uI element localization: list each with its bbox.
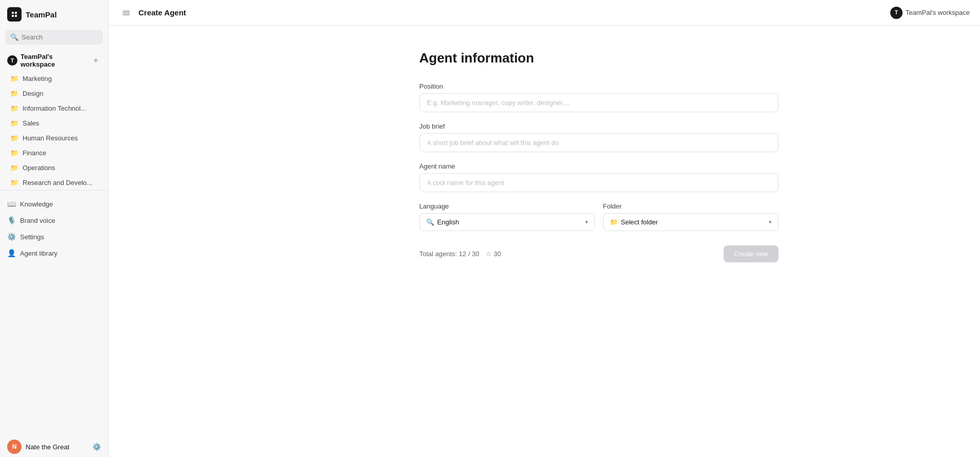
svg-rect-5 xyxy=(123,11,130,12)
folder-icon: 📁 xyxy=(610,218,618,226)
content-area: Agent information Position Job brief Age… xyxy=(399,26,799,293)
star-icon: ☆ xyxy=(486,250,492,258)
sidebar-item-finance[interactable]: 📁 Finance xyxy=(3,146,105,160)
sidebar-item-knowledge[interactable]: 📖 Knowledge xyxy=(0,196,108,212)
workspace-icon: T xyxy=(7,55,17,66)
user-name: Nate the Great xyxy=(26,443,88,451)
sidebar-item-hr[interactable]: 📁 Human Resources xyxy=(3,131,105,146)
search-icon: 🔍 xyxy=(10,33,18,41)
folder-icon: 📁 xyxy=(10,90,18,97)
agent-library-icon: 👤 xyxy=(7,249,16,257)
folder-icon: 📁 xyxy=(10,179,18,186)
app-logo xyxy=(7,7,22,22)
form-heading: Agent information xyxy=(419,50,778,66)
folder-icon: 📁 xyxy=(10,164,18,172)
topbar: Create Agent T TeamPal's workspace xyxy=(109,0,980,26)
form-footer: Total agents: 12 / 30 ☆ 30 Create new xyxy=(419,245,778,262)
sidebar-item-operations[interactable]: 📁 Operations xyxy=(3,160,105,175)
sidebar-item-label: Human Resources xyxy=(23,134,78,142)
sidebar-header: TeamPal xyxy=(0,0,108,27)
folder-icon: 📁 xyxy=(10,119,18,127)
svg-rect-6 xyxy=(123,12,130,13)
folder-group: Folder 📁 Select folder ▾ xyxy=(603,202,778,231)
svg-rect-2 xyxy=(15,12,17,14)
settings-icon: ⚙️ xyxy=(7,233,16,241)
add-workspace-button[interactable]: + xyxy=(91,55,101,66)
sidebar-item-label: Information Technol... xyxy=(23,105,86,112)
sidebar-item-rd[interactable]: 📁 Research and Develo... xyxy=(3,175,105,190)
search-input[interactable] xyxy=(22,33,98,41)
folder-icon: 📁 xyxy=(10,105,18,112)
sidebar-item-it[interactable]: 📁 Information Technol... xyxy=(3,101,105,116)
sidebar-item-agent-library[interactable]: 👤 Agent library xyxy=(0,245,108,261)
folder-icon: 📁 xyxy=(10,149,18,157)
folder-icon: 📁 xyxy=(10,75,18,82)
sidebar-item-label: Design xyxy=(23,90,43,97)
footer-left: Total agents: 12 / 30 ☆ 30 xyxy=(419,250,502,258)
total-agents-text: Total agents: 12 / 30 xyxy=(419,250,479,258)
brand-voice-label: Brand voice xyxy=(20,217,55,224)
credits-badge: ☆ 30 xyxy=(486,250,501,258)
credits-count: 30 xyxy=(494,250,501,258)
workspace-name: TeamPal's workspace xyxy=(21,53,88,68)
folder-value: Select folder xyxy=(621,218,658,226)
main-content: Agent information Position Job brief Age… xyxy=(217,0,980,457)
chevron-down-icon: ▾ xyxy=(769,219,772,225)
sidebar-item-design[interactable]: 📁 Design xyxy=(3,86,105,101)
svg-rect-3 xyxy=(12,15,14,17)
position-input[interactable] xyxy=(419,93,778,112)
svg-rect-4 xyxy=(15,15,17,17)
agent-name-input[interactable] xyxy=(419,173,778,192)
sidebar-item-label: Finance xyxy=(23,149,46,157)
sidebar-item-label: Marketing xyxy=(23,75,52,82)
sidebar-item-marketing[interactable]: 📁 Marketing xyxy=(3,71,105,86)
brand-voice-icon: 🎙️ xyxy=(7,216,16,224)
svg-rect-1 xyxy=(12,12,14,14)
language-select[interactable]: 🔍 English ▾ xyxy=(419,213,595,231)
search-box[interactable]: 🔍 xyxy=(5,30,103,45)
folder-icon: 📁 xyxy=(10,134,18,142)
sidebar-item-sales[interactable]: 📁 Sales xyxy=(3,116,105,131)
sidebar-item-settings[interactable]: ⚙️ Settings xyxy=(0,228,108,245)
folder-select[interactable]: 📁 Select folder ▾ xyxy=(603,213,778,231)
user-settings-button[interactable]: ⚙️ xyxy=(92,443,101,451)
workspace-badge[interactable]: T TeamPal's workspace xyxy=(890,7,970,19)
job-brief-group: Job brief xyxy=(419,122,778,152)
search-icon: 🔍 xyxy=(426,218,434,226)
job-brief-input[interactable] xyxy=(419,133,778,152)
workspace-row[interactable]: T TeamPal's workspace + xyxy=(0,50,108,71)
language-group: Language 🔍 English ▾ xyxy=(419,202,595,231)
job-brief-label: Job brief xyxy=(419,122,778,130)
sidebar-item-label: Operations xyxy=(23,164,55,172)
language-folder-row: Language 🔍 English ▾ Folder 📁 Select fol… xyxy=(419,202,778,231)
language-label: Language xyxy=(419,202,595,210)
user-row: N Nate the Great ⚙️ xyxy=(0,434,108,457)
language-value: English xyxy=(437,218,459,226)
sidebar: TeamPal 🔍 T TeamPal's workspace + 📁 Mark… xyxy=(0,0,109,457)
sidebar-item-brand-voice[interactable]: 🎙️ Brand voice xyxy=(0,212,108,228)
folder-label: Folder xyxy=(603,202,778,210)
workspace-badge-icon: T xyxy=(890,7,903,19)
sidebar-nav: 📁 Marketing 📁 Design 📁 Information Techn… xyxy=(0,71,108,434)
avatar: N xyxy=(7,440,22,454)
sidebar-item-label: Research and Develo... xyxy=(23,179,92,186)
page-title: Create Agent xyxy=(138,8,186,17)
svg-rect-0 xyxy=(11,11,18,18)
position-label: Position xyxy=(419,82,778,90)
sidebar-bottom-section: 📖 Knowledge 🎙️ Brand voice ⚙️ Settings 👤… xyxy=(0,190,108,266)
position-group: Position xyxy=(419,82,778,112)
chevron-down-icon: ▾ xyxy=(585,219,588,225)
workspace-badge-name: TeamPal's workspace xyxy=(906,9,970,16)
agent-library-label: Agent library xyxy=(20,250,57,257)
agent-name-group: Agent name xyxy=(419,162,778,192)
collapse-sidebar-button[interactable] xyxy=(119,6,133,20)
create-new-button[interactable]: Create new xyxy=(724,245,778,262)
topbar-right[interactable]: T TeamPal's workspace xyxy=(890,7,970,19)
agent-name-label: Agent name xyxy=(419,162,778,170)
settings-label: Settings xyxy=(20,233,44,241)
knowledge-icon: 📖 xyxy=(7,200,16,208)
topbar-left: Create Agent xyxy=(119,6,186,20)
app-name: TeamPal xyxy=(26,10,57,19)
sidebar-item-label: Sales xyxy=(23,119,39,127)
svg-rect-7 xyxy=(123,14,130,15)
